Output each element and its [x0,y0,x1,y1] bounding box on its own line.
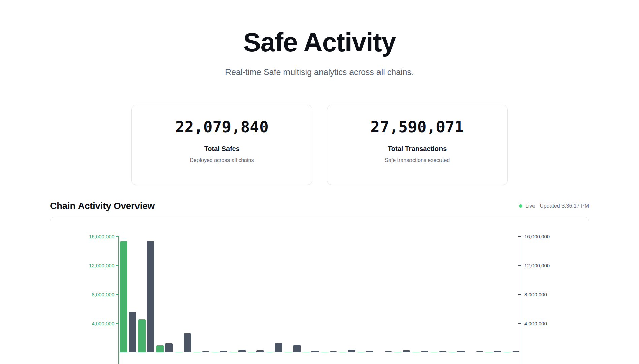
y-axis-right-tick [518,323,521,324]
total-safes-description: Deployed across all chains [132,157,312,163]
y-axis-right-tick [518,236,521,237]
bar-safes[interactable] [412,352,420,352]
bar-safes[interactable] [266,352,274,352]
bar-transactions[interactable] [385,351,392,352]
live-status-label: Live [525,203,535,209]
bar-transactions[interactable] [348,350,355,352]
y-axis-right-tick-label: 4,000,000 [524,321,547,326]
stats-row: 22,079,840 Total Safes Deployed across a… [131,105,508,185]
total-safes-label: Total Safes [132,145,312,153]
bar-transactions[interactable] [476,351,483,352]
bar-safes[interactable] [449,352,456,352]
chain-activity-section-header: Chain Activity Overview Live Updated 3:3… [50,201,589,211]
last-updated-timestamp: Updated 3:36:17 PM [540,203,589,209]
y-axis-left-tick [116,323,118,324]
bar-transactions[interactable] [256,350,264,352]
bar-safes[interactable] [284,352,292,352]
y-axis-left-tick-label: 12,000,000 [50,263,114,268]
bar-transactions[interactable] [165,343,173,352]
y-axis-right-tick-label: 12,000,000 [524,263,550,268]
y-axis-right-tick [518,294,521,295]
y-axis-left [118,236,119,364]
bar-safes[interactable] [430,352,438,352]
y-axis-right [521,236,521,364]
bar-transactions[interactable] [457,351,465,352]
bar-transactions[interactable] [275,343,282,352]
stat-card-total-transactions: 27,590,071 Total Transactions Safe trans… [327,105,508,185]
y-axis-right-tick-label: 8,000,000 [524,292,547,297]
y-axis-left-tick-label: 8,000,000 [50,292,114,297]
bar-safes[interactable] [485,352,493,352]
y-axis-right-tick-label: 16,000,000 [524,234,550,239]
section-title: Chain Activity Overview [50,201,155,211]
bar-safes[interactable] [175,352,182,352]
bar-safes[interactable] [120,241,127,352]
bar-transactions[interactable] [494,351,501,352]
total-transactions-description: Safe transactions executed [327,157,508,163]
bar-transactions[interactable] [238,350,246,352]
total-transactions-label: Total Transactions [327,145,508,153]
total-safes-value: 22,079,840 [132,119,312,135]
bar-transactions[interactable] [293,345,301,352]
bar-transactions[interactable] [129,312,136,352]
total-transactions-value: 27,590,071 [327,119,508,135]
bar-transactions[interactable] [403,350,410,352]
bar-transactions[interactable] [330,351,337,352]
y-axis-left-tick-label: 16,000,000 [50,234,114,239]
page-header: Safe Activity Real-time Safe multisig an… [0,0,639,77]
page-title: Safe Activity [0,29,639,55]
bar-safes[interactable] [394,352,401,352]
bar-safes[interactable] [211,352,219,352]
bar-safes[interactable] [156,345,164,352]
bar-transactions[interactable] [202,351,209,352]
bar-transactions[interactable] [366,351,373,352]
y-axis-left-tick [116,265,118,266]
bar-transactions[interactable] [439,351,447,352]
bar-safes[interactable] [339,352,346,352]
y-axis-left-tick-label: 4,000,000 [50,321,114,326]
bar-safes[interactable] [357,352,365,352]
bar-transactions[interactable] [311,351,319,352]
bar-safes[interactable] [193,352,201,352]
bar-safes[interactable] [138,319,146,352]
bar-transactions[interactable] [184,333,191,352]
live-status: Live Updated 3:36:17 PM [519,203,589,209]
bar-transactions[interactable] [512,351,520,352]
live-indicator-dot-icon [519,204,522,208]
page-subtitle: Real-time Safe multisig analytics across… [0,67,639,77]
y-axis-right-tick [518,265,521,266]
y-axis-left-tick [116,294,118,295]
bar-transactions[interactable] [147,241,154,352]
bar-safes[interactable] [321,352,328,352]
stat-card-total-safes: 22,079,840 Total Safes Deployed across a… [131,105,312,185]
bar-transactions[interactable] [220,351,227,352]
chain-activity-chart: 16,000,00016,000,00012,000,00012,000,000… [50,217,589,364]
y-axis-left-tick [116,236,118,237]
bar-safes[interactable] [303,352,310,352]
bar-safes[interactable] [248,352,255,352]
bar-transactions[interactable] [421,351,428,352]
bar-safes[interactable] [504,352,511,352]
bar-safes[interactable] [230,352,237,352]
